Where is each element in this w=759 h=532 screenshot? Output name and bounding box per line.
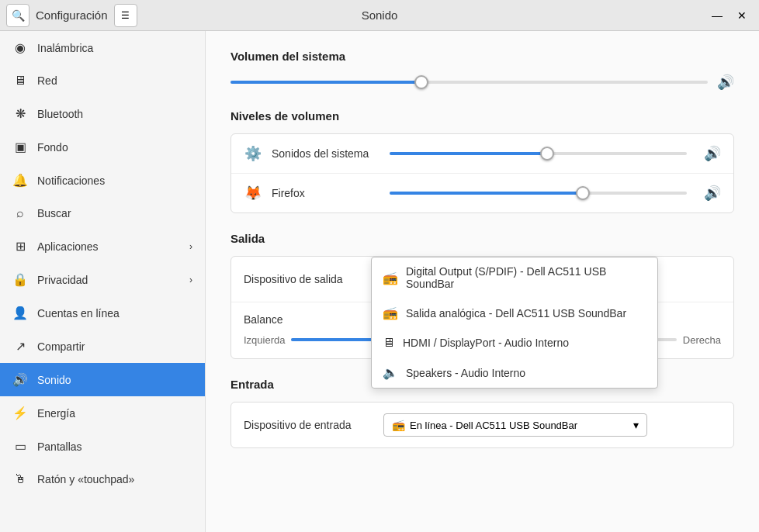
sidebar-item-compartir[interactable]: ↗ Compartir — [0, 330, 205, 363]
sidebar-label-raton: Ratón y «touchpad» — [37, 473, 134, 485]
icon-energia: ⚡ — [12, 406, 28, 420]
chevron-icon: › — [189, 275, 192, 285]
sidebar-label-compartir: Compartir — [37, 340, 85, 353]
menu-button[interactable]: ☰ — [114, 4, 137, 27]
sidebar-label-fondo: Fondo — [37, 141, 68, 154]
sidebar-item-raton[interactable]: 🖱 Ratón y «touchpad» — [0, 463, 205, 496]
dropdown-option-icon-digital: 📻 — [383, 271, 398, 285]
icon-red: 🖥 — [12, 74, 28, 88]
slider-fill — [390, 152, 547, 155]
sidebar-item-privacidad[interactable]: 🔒 Privacidad › — [0, 263, 205, 296]
entrada-dropdown-icon: 📻 — [392, 419, 405, 431]
dropdown-option-hdmi[interactable]: 🖥 HDMI / DisplayPort - Audio Interno — [372, 328, 657, 358]
dispositivo-salida-value: ... ▾ 📻 Digital Output (S/PDIF) - Dell A… — [383, 268, 721, 291]
slider-thumb[interactable] — [540, 147, 554, 161]
dropdown-menu: 📻 Digital Output (S/PDIF) - Dell AC511 U… — [371, 257, 658, 389]
dispositivo-entrada-row: Dispositivo de entrada 📻 En línea - Dell… — [231, 402, 733, 447]
entrada-box: Dispositivo de entrada 📻 En línea - Dell… — [230, 402, 734, 448]
sidebar-label-buscar: Buscar — [37, 207, 71, 219]
sidebar-item-pantallas[interactable]: ▭ Pantallas — [0, 430, 205, 463]
slider-thumb[interactable] — [414, 75, 428, 89]
nivel-row-firefox: 🦊 Firefox 🔊 — [231, 174, 733, 212]
niveles-title: Niveles de volumen — [230, 109, 734, 123]
sidebar-item-cuentas[interactable]: 👤 Cuentas en línea — [0, 296, 205, 330]
minimize-button[interactable]: — — [706, 5, 728, 26]
sidebar-label-privacidad: Privacidad — [37, 274, 88, 286]
icon-notificaciones: 🔔 — [12, 173, 28, 188]
dropdown-option-label-digital: Digital Output (S/PDIF) - Dell AC511 USB… — [406, 265, 646, 290]
icon-cuentas: 👤 — [12, 306, 28, 320]
volume-icon: 🔊 — [717, 74, 734, 91]
search-button[interactable]: 🔍 — [6, 4, 29, 27]
slider-fill — [390, 192, 583, 195]
volume-system-row: 🔊 — [230, 74, 734, 91]
dispositivo-salida-label: Dispositivo de salida — [244, 273, 383, 285]
icon-buscar: ⌕ — [12, 206, 28, 220]
entrada-dropdown[interactable]: 📻 En línea - Dell AC511 USB SoundBar ▾ — [383, 413, 647, 437]
sidebar-item-aplicaciones[interactable]: ⊞ Aplicaciones › — [0, 230, 205, 263]
titlebar-left: 🔍 Configuración ☰ — [6, 4, 137, 27]
icon-fondo: ▣ — [12, 140, 28, 154]
icon-inalambrica: ◉ — [12, 40, 28, 55]
dropdown-option-analogica[interactable]: 📻 Salida analógica - Dell AC511 USB Soun… — [372, 298, 657, 328]
icon-raton: 🖱 — [12, 472, 28, 486]
sidebar-item-bluetooth[interactable]: ❋ Bluetooth — [0, 97, 205, 130]
dropdown-option-label-analogica: Salida analógica - Dell AC511 USB SoundB… — [406, 307, 626, 320]
app-body: ◉ Inalámbrica 🖥 Red ❋ Bluetooth ▣ Fondo … — [0, 31, 759, 532]
sidebar-item-energia[interactable]: ⚡ Energía — [0, 396, 205, 430]
sidebar-label-notificaciones: Notificaciones — [37, 174, 105, 187]
icon-privacidad: 🔒 — [12, 272, 28, 287]
sidebar-item-inalambrica[interactable]: ◉ Inalámbrica — [0, 31, 205, 64]
icon-pantallas: ▭ — [12, 439, 28, 454]
dispositivo-entrada-label: Dispositivo de entrada — [244, 419, 383, 431]
salida-box: Dispositivo de salida ... ▾ 📻 Digital Ou… — [230, 256, 734, 359]
nivel-slider-sistema[interactable] — [390, 146, 687, 161]
sidebar-item-red[interactable]: 🖥 Red — [0, 64, 205, 97]
nivel-row-sistema: ⚙️ Sonidos del sistema 🔊 — [231, 134, 733, 174]
sidebar-label-sonido: Sonido — [37, 374, 71, 386]
sidebar-label-aplicaciones: Aplicaciones — [37, 240, 99, 253]
sidebar-label-bluetooth: Bluetooth — [37, 108, 83, 120]
volume-system-slider[interactable] — [230, 74, 708, 90]
nivel-vol-icon-sistema: 🔊 — [704, 145, 721, 162]
minimize-icon: — — [712, 9, 723, 22]
sidebar-item-sonido[interactable]: 🔊 Sonido — [0, 363, 205, 396]
balance-right-label: Derecha — [683, 334, 721, 346]
chevron-icon: › — [189, 241, 192, 252]
search-icon: 🔍 — [12, 9, 25, 22]
dropdown-option-speakers[interactable]: 🔈 Speakers - Audio Interno — [372, 358, 657, 388]
nivel-slider-firefox[interactable] — [390, 185, 687, 201]
chevron-down-icon: ▾ — [633, 419, 639, 431]
sidebar-item-buscar[interactable]: ⌕ Buscar — [0, 197, 205, 230]
sidebar-label-inalambrica: Inalámbrica — [37, 42, 93, 54]
sidebar-label-cuentas: Cuentas en línea — [37, 307, 120, 320]
niveles-box: ⚙️ Sonidos del sistema 🔊 🦊 Firefox 🔊 — [230, 133, 734, 213]
dropdown-option-digital[interactable]: 📻 Digital Output (S/PDIF) - Dell AC511 U… — [372, 257, 657, 298]
slider-thumb[interactable] — [576, 186, 590, 200]
volume-system-title: Volumen del sistema — [230, 50, 734, 63]
app-title: Configuración — [36, 9, 108, 22]
dropdown-option-label-hdmi: HDMI / DisplayPort - Audio Interno — [403, 337, 569, 349]
sidebar-item-fondo[interactable]: ▣ Fondo — [0, 130, 205, 164]
sidebar: ◉ Inalámbrica 🖥 Red ❋ Bluetooth ▣ Fondo … — [0, 31, 206, 532]
nivel-name-sistema: Sonidos del sistema — [272, 147, 380, 160]
window-title: Sonido — [362, 9, 398, 22]
dropdown-option-icon-hdmi: 🖥 — [383, 336, 395, 350]
dispositivo-entrada-value: 📻 En línea - Dell AC511 USB SoundBar ▾ — [383, 413, 721, 437]
close-button[interactable]: ✕ — [731, 5, 753, 26]
balance-label: Balance — [244, 313, 383, 326]
nivel-icon-firefox: 🦊 — [244, 185, 262, 202]
icon-aplicaciones: ⊞ — [12, 239, 28, 254]
sidebar-label-red: Red — [37, 74, 57, 87]
salida-title: Salida — [230, 232, 734, 245]
nivel-name-firefox: Firefox — [272, 187, 380, 199]
slider-track — [390, 152, 687, 155]
icon-sonido: 🔊 — [12, 372, 28, 387]
nivel-vol-icon-firefox: 🔊 — [704, 185, 721, 202]
dispositivo-salida-row: Dispositivo de salida ... ▾ 📻 Digital Ou… — [231, 257, 733, 302]
menu-icon: ☰ — [121, 10, 130, 21]
entrada-dropdown-text: En línea - Dell AC511 USB SoundBar — [410, 420, 633, 431]
sidebar-label-energia: Energía — [37, 407, 75, 420]
sidebar-item-notificaciones[interactable]: 🔔 Notificaciones — [0, 164, 205, 197]
slider-fill — [230, 81, 421, 84]
